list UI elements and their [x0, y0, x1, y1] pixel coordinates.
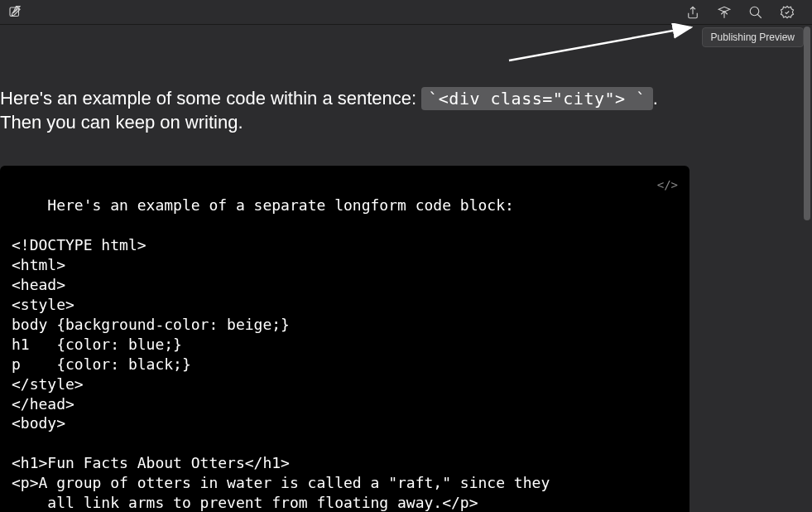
prose-text-before: Here's an example of some code within a …	[0, 88, 421, 109]
editor-content[interactable]: Here's an example of some code within a …	[0, 87, 812, 512]
publish-button[interactable]	[716, 4, 733, 21]
share-button[interactable]	[685, 4, 701, 21]
publish-tooltip: Publishing Preview	[702, 27, 804, 47]
share-icon	[685, 5, 700, 20]
code-toggle-button[interactable]: </>	[657, 177, 678, 193]
scrollbar-thumb[interactable]	[804, 27, 810, 220]
toolbar	[0, 0, 812, 25]
toolbar-left	[7, 4, 23, 21]
annotation-arrow	[501, 23, 708, 65]
settings-icon	[780, 5, 795, 20]
code-block-content: Here's an example of a separate longform…	[12, 196, 550, 512]
toolbar-right	[685, 4, 805, 21]
search-icon	[748, 5, 763, 20]
code-block[interactable]: </>Here's an example of a separate longf…	[0, 166, 689, 512]
tooltip-text: Publishing Preview	[711, 31, 795, 43]
svg-point-1	[750, 7, 759, 16]
scrollbar[interactable]	[802, 27, 812, 512]
compose-button[interactable]	[7, 4, 23, 21]
search-button[interactable]	[747, 4, 764, 21]
settings-button[interactable]	[779, 4, 795, 21]
inline-code: `<div class="city"> `	[421, 87, 652, 110]
publish-icon	[717, 5, 732, 20]
compose-icon	[7, 5, 22, 20]
svg-line-3	[509, 27, 691, 60]
prose-paragraph[interactable]: Here's an example of some code within a …	[0, 87, 704, 134]
